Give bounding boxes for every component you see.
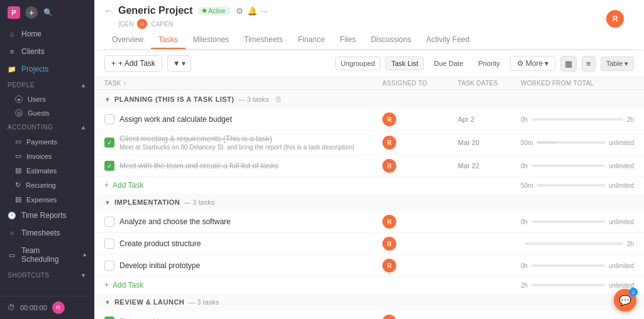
worked-value: 0h [521, 219, 528, 225]
tab-files[interactable]: Files [332, 31, 363, 49]
due-date-button[interactable]: Due Date [429, 57, 468, 70]
task-description: Meet at Starbucks on 80 Delancey St. and… [119, 144, 382, 151]
task-list-button[interactable]: Task List [386, 57, 424, 70]
task-checkbox[interactable]: ✓ [104, 161, 114, 171]
owner-avatar: R [137, 19, 147, 29]
section-planning[interactable]: ▼ PLANNING (THIS IS A TASK LIST) — 3 tas… [94, 90, 644, 109]
sidebar-item-home[interactable]: ⌂ Home [0, 25, 94, 43]
task-checkbox[interactable] [104, 217, 114, 227]
priority-button[interactable]: Priority [474, 57, 505, 70]
tab-milestones[interactable]: Milestones [186, 31, 236, 49]
sidebar-item-recurring[interactable]: ↻ Recurring [0, 178, 94, 192]
invoices-icon: ▭ [15, 152, 21, 160]
task-worked: 50m unlimited [521, 139, 634, 146]
chat-badge: 2 [629, 288, 638, 296]
task-checkbox[interactable] [104, 261, 114, 271]
add-task-label: + Add Task [118, 59, 155, 68]
add-task-implementation[interactable]: + Add Task 2h unlimited [94, 277, 644, 293]
table-row: Assign work and calculate budget R Apr 2… [94, 109, 644, 131]
task-assigned: R [382, 215, 458, 229]
table-button[interactable]: Table ▾ [601, 57, 634, 71]
sidebar-item-expenses[interactable]: ▤ Expenses [0, 192, 94, 207]
chat-icon: 💬 [619, 295, 631, 306]
projects-icon: 📁 [8, 65, 16, 73]
more-icon[interactable]: ··· [261, 6, 268, 16]
sidebar-sub-label: Estimates [26, 167, 57, 175]
sidebar-item-payments[interactable]: ▭ Payments [0, 134, 94, 149]
assignee-avatar: R [382, 259, 396, 273]
ungrouped-button[interactable]: Ungrouped [335, 57, 380, 70]
add-task-button[interactable]: + + Add Task [104, 55, 162, 72]
subtotal-worked: 2h [521, 282, 528, 289]
sidebar-item-users[interactable]: ● Users [0, 92, 94, 106]
search-icon[interactable]: 🔍 [42, 6, 54, 19]
tab-finance[interactable]: Finance [291, 31, 333, 49]
sidebar-item-time-reports[interactable]: 🕐 Time Reports [0, 207, 94, 224]
table-row: Create product structure R 2h [94, 233, 644, 255]
progress-bar [531, 165, 605, 167]
sidebar-sub-label: Users [28, 95, 46, 103]
notification-icon[interactable]: 🔔 [247, 6, 257, 16]
task-checkbox[interactable]: ✓ [104, 138, 114, 148]
main-content: ← Generic Project Active ⚙ 🔔 ··· [GEN R [94, 0, 644, 319]
review-launch-section-name: REVIEW & LAUNCH [114, 298, 184, 306]
status-dot [203, 9, 206, 13]
task-checkbox[interactable] [104, 114, 114, 124]
progress-bar [531, 220, 605, 223]
logo-icon: P [8, 6, 20, 19]
sidebar-item-invoices[interactable]: ▭ Invoices [0, 149, 94, 163]
task-name: Analyze and choose the software [119, 217, 382, 226]
tab-overview[interactable]: Overview [104, 31, 151, 49]
sidebar-item-guests[interactable]: ◎ Guests [0, 106, 94, 120]
sidebar-item-timesheets[interactable]: ○ Timesheets [0, 224, 94, 242]
task-checkbox[interactable] [104, 239, 114, 249]
tab-timesheets[interactable]: Timesheets [236, 31, 291, 49]
settings-icon[interactable]: ⚙ [236, 6, 243, 16]
assignee-avatar: R [382, 215, 396, 229]
progress-bar [536, 141, 605, 144]
user-avatar[interactable]: R [52, 301, 65, 314]
tab-activity-feed[interactable]: Activity Feed [419, 31, 477, 49]
list-view-button[interactable]: ≡ [582, 56, 596, 72]
owner-name: CAPEN [151, 21, 172, 28]
tab-tasks[interactable]: Tasks [151, 31, 186, 49]
table-row: ✓ Client meeting & requirements (This is… [94, 131, 644, 155]
user-top-avatar[interactable]: R [606, 10, 624, 28]
implementation-subtotal: 2h unlimited [521, 282, 634, 289]
grid-view-button[interactable]: ▦ [560, 56, 577, 72]
sidebar-item-label: Time Reports [21, 211, 67, 220]
add-task-planning[interactable]: + Add Task 50m unlimited [94, 177, 644, 193]
planning-task-count: — 3 tasks [238, 95, 269, 103]
worked-value: 0h [521, 116, 528, 123]
sidebar-sub-label: Guests [28, 109, 50, 117]
task-assigned: R [382, 159, 458, 173]
chat-bubble-button[interactable]: 💬 2 [614, 289, 636, 311]
recurring-icon: ↻ [15, 181, 21, 189]
task-checkbox[interactable]: ✓ [104, 316, 114, 319]
task-name: Assign work and calculate budget [119, 115, 382, 124]
new-project-button[interactable]: + [25, 6, 38, 19]
section-review-launch[interactable]: ▼ REVIEW & LAUNCH — 3 tasks [94, 293, 644, 311]
task-name: Develop initial prototype [119, 261, 382, 270]
back-button[interactable]: ← [104, 6, 113, 16]
task-assigned: R [382, 136, 458, 149]
more-button[interactable]: ⚙ More ▾ [510, 56, 555, 71]
task-worked: 0h unlimited [521, 163, 634, 170]
project-meta: [GEN R CAPEN [104, 19, 267, 29]
section-implementation[interactable]: ▼ IMPLEMENTATION — 3 tasks [94, 193, 644, 211]
filter-button[interactable]: ▼ ▾ [167, 55, 191, 72]
task-assigned: R [382, 237, 458, 251]
sidebar-item-label: Team Scheduling [21, 246, 77, 264]
sidebar-item-clients[interactable]: ≡ Clients [0, 43, 94, 60]
trash-icon[interactable]: 🗑 [275, 95, 282, 104]
sidebar-item-team-scheduling[interactable]: ▭ Team Scheduling ★ [0, 242, 94, 268]
subtotal-total: unlimited [609, 182, 634, 189]
planning-subtotal: 50m unlimited [521, 182, 634, 189]
team-scheduling-icon: ▭ [8, 251, 16, 259]
tab-discussions[interactable]: Discussions [364, 31, 419, 49]
sidebar-item-projects[interactable]: 📁 Projects [0, 60, 94, 78]
timer-display: 00:00:00 [20, 304, 47, 311]
users-icon: ● [15, 95, 23, 103]
total-value: 2h [627, 116, 634, 123]
sidebar-item-estimates[interactable]: ▤ Estimates [0, 163, 94, 178]
